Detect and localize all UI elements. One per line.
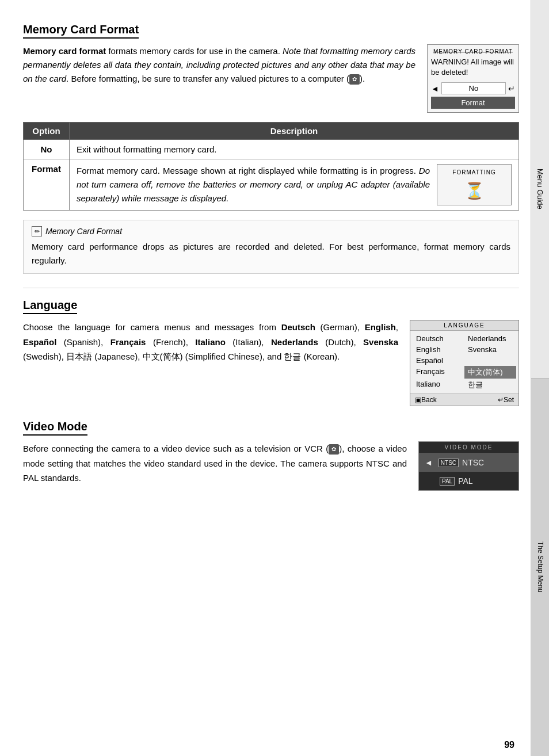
ref-icon-56: ✿ <box>329 444 339 455</box>
ref-icon-57: ✿ <box>349 74 360 85</box>
menu-guide-label: Menu Guide <box>536 169 544 209</box>
lang-italiano: Italiano <box>195 337 226 347</box>
video-mode-body: Before connecting the camera to a video … <box>23 441 519 491</box>
camera-screen-warning: WARNING! All image will be deleted! <box>431 57 515 78</box>
language-title: Language <box>23 299 77 314</box>
language-screen: LANGUAGE Deutsch Nederlands English Sven… <box>410 320 519 406</box>
table-header-description: Description <box>70 123 519 140</box>
lang-item-italiano: Italiano <box>413 379 464 391</box>
lang-item-english: English <box>413 344 464 355</box>
lang-set-label: ↵Set <box>498 396 514 404</box>
sidebar-setup-menu: The Setup Menu <box>531 379 549 757</box>
enter-icon: ↵ <box>508 84 515 93</box>
lang-screen-title: LANGUAGE <box>410 320 518 331</box>
lang-svenska: Svenska <box>363 337 398 347</box>
formatting-screen: FORMATTING ⏳ <box>437 164 512 205</box>
note-title-text: Memory Card Format <box>45 227 122 236</box>
lang-item-espanol: Español <box>413 355 464 366</box>
camera-screen-buttons: ◄ No ↵ <box>431 82 515 94</box>
note-text: Memory card performance drops as picture… <box>32 240 510 268</box>
table-header-option: Option <box>24 123 70 140</box>
lang-text1: Choose the language for camera menus and… <box>23 322 281 332</box>
video-ntsc-badge: NTSC <box>439 459 459 467</box>
lang-deutsch: Deutsch <box>281 322 315 332</box>
note-title: ✏ Memory Card Format <box>32 226 510 236</box>
video-screen-title: VIDEO MODE <box>419 442 518 453</box>
memory-card-format-title: Memory Card Format <box>23 23 139 39</box>
lang-text8: (Swedish), 日本語 (Japanese), 中文(简体) (Simpl… <box>23 352 340 361</box>
intro-text1: formats memory cards for use in the came… <box>106 46 283 56</box>
camera-screen-title: MEMORY CARD FORMAT <box>431 48 515 55</box>
lang-espanol: Español <box>23 337 56 347</box>
description-no: Exit without formatting memory card. <box>70 140 519 159</box>
lang-item-deutsch: Deutsch <box>413 333 464 344</box>
note-pencil-icon: ✏ <box>32 226 42 236</box>
note-box: ✏ Memory Card Format Memory card perform… <box>23 220 519 274</box>
setup-menu-label: The Setup Menu <box>536 541 544 593</box>
option-format: Format <box>24 159 70 211</box>
video-mode-title: Video Mode <box>23 420 87 436</box>
video-option-ntsc: ◄ NTSC NTSC <box>419 453 518 472</box>
lang-screen-bottom: ▣Back ↵Set <box>410 394 518 406</box>
lang-text7: (Dutch), <box>318 337 363 347</box>
option-no: No <box>24 140 70 159</box>
video-arrow-icon: ◄ <box>425 458 433 467</box>
lang-item-chinese: 中文(简体) <box>464 366 516 379</box>
lang-francais: Français <box>110 337 146 347</box>
format-cell-inner: Format memory card. Message shown at rig… <box>77 164 512 205</box>
video-text1: Before connecting the camera to a video … <box>23 444 329 453</box>
section-language: Language Choose the language for camera … <box>23 299 519 406</box>
lang-text6: (Italian), <box>226 337 271 347</box>
main-content: Memory Card Format Memory card format fo… <box>0 0 531 756</box>
video-pal-spacer <box>425 476 436 486</box>
sidebar-menu-guide: Menu Guide <box>531 0 549 379</box>
section-divider-1 <box>23 288 519 288</box>
memory-card-intro: Memory card format formats memory cards … <box>23 44 519 113</box>
camera-screen-no: No <box>441 82 506 94</box>
right-sidebar: Menu Guide The Setup Menu <box>531 0 549 756</box>
lang-text3: , <box>396 322 398 332</box>
hourglass-icon: ⏳ <box>442 181 506 200</box>
left-arrow-icon: ◄ <box>431 84 439 93</box>
memory-card-bold: Memory card format <box>23 46 106 56</box>
lang-item-francais: Français <box>413 366 464 379</box>
lang-screen-grid: Deutsch Nederlands English Svenska Españ… <box>410 331 518 394</box>
video-option-pal: PAL PAL <box>419 472 518 490</box>
lang-nederlands: Nederlands <box>271 337 318 347</box>
table-row-no: No Exit without formatting memory card. <box>24 140 519 159</box>
lang-text2: (German), <box>315 322 365 332</box>
intro-text2: . Before formatting, be sure to transfer… <box>66 74 349 83</box>
video-pal-label: PAL <box>458 476 472 486</box>
lang-text4: (Spanish), <box>56 337 110 347</box>
lang-item-empty <box>464 355 516 366</box>
description-format: Format memory card. Message shown at rig… <box>70 159 519 211</box>
format-description-text: Format memory card. Message shown at rig… <box>77 164 430 205</box>
page-number-bar: 99 <box>0 740 549 756</box>
formatting-screen-title: FORMATTING <box>442 169 506 175</box>
memory-card-camera-screen: MEMORY CARD FORMAT WARNING! All image wi… <box>427 44 519 113</box>
language-body: Choose the language for camera menus and… <box>23 320 519 406</box>
format-italic: Do not turn camera off, remove the batte… <box>77 166 430 203</box>
lang-english: English <box>365 322 396 332</box>
lang-item-korean: 한글 <box>464 379 516 391</box>
page-number: 99 <box>504 740 514 750</box>
video-mode-text: Before connecting the camera to a video … <box>23 441 407 486</box>
page-container: Memory Card Format Memory card format fo… <box>0 0 549 756</box>
lang-item-svenska: Svenska <box>464 344 516 355</box>
language-text: Choose the language for camera menus and… <box>23 320 398 364</box>
lang-item-nederlands: Nederlands <box>464 333 516 344</box>
section-memory-card-format: Memory Card Format Memory card format fo… <box>23 23 519 274</box>
lang-back-label: ▣Back <box>415 396 437 404</box>
lang-text5: (French), <box>146 337 195 347</box>
memory-card-intro-text: Memory card format formats memory cards … <box>23 44 415 86</box>
video-screen: VIDEO MODE ◄ NTSC NTSC PAL PAL <box>418 441 519 491</box>
video-pal-badge: PAL <box>440 477 455 486</box>
option-table: Option Description No Exit without forma… <box>23 122 519 211</box>
table-row-format: Format Format memory card. Message shown… <box>24 159 519 211</box>
section-video-mode: Video Mode Before connecting the camera … <box>23 420 519 491</box>
camera-screen-format: Format <box>431 97 515 109</box>
intro-text3: ). <box>360 74 365 83</box>
video-ntsc-label: NTSC <box>462 458 484 467</box>
